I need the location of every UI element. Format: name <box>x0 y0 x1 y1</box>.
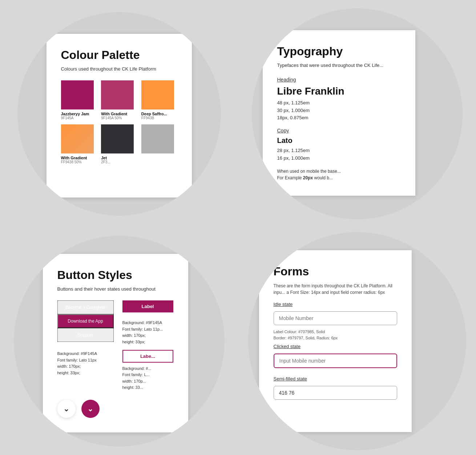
swatch-6 <box>141 124 177 164</box>
chevron-buttons-row: ⌄ ⌄ <box>57 400 174 418</box>
nav-btn-caregiver[interactable]: Become a Caregiver <box>57 300 114 314</box>
nav-btn-download[interactable]: Download the App <box>57 314 114 328</box>
swatch-color-3 <box>141 80 174 109</box>
primary-button[interactable]: Label <box>122 300 173 312</box>
copy-size-1: 28 px, 1.125em <box>277 147 401 155</box>
forms-circle: Forms These are the form inputs througho… <box>248 232 466 450</box>
button-styles-section: Button Styles Buttons and their hover st… <box>0 228 238 455</box>
forms-title: Forms <box>274 265 397 278</box>
colour-palette-card: Colour Palette Colours used throughout t… <box>47 34 192 197</box>
heading-size-3: 18px, 0.875em <box>277 114 401 122</box>
outline-button[interactable]: Labe... <box>122 350 173 363</box>
swatch-name-3: Deep Saffro... <box>141 112 177 116</box>
primary-btn-desc: Background: #9F145AFont family: Lato 11p… <box>122 320 173 345</box>
heading-size-2: 30 px, 1.000em <box>277 107 401 115</box>
copy-sizes: 28 px, 1.125em 16 px, 1.000em <box>277 147 401 162</box>
forms-section: Forms These are the form inputs througho… <box>238 228 476 455</box>
nav-buttons-column: Become a Caregiver Download the App Supp… <box>57 300 114 376</box>
swatch-color-6 <box>141 124 174 153</box>
main-grid: Colour Palette Colours used throughout t… <box>0 0 476 455</box>
colour-palette-subtitle: Colours used throughout the CK Life Plat… <box>61 66 177 72</box>
swatch-color-1 <box>61 80 94 109</box>
clicked-state-label: Clicked state <box>274 344 397 349</box>
forms-card: Forms These are the form inputs througho… <box>259 250 412 432</box>
nav-button-group: Become a Caregiver Download the App Supp… <box>57 300 114 342</box>
colour-swatches-grid: Jazzberyy Jam 9F145A With Gradient 9F145… <box>61 80 177 164</box>
nav-btn-support[interactable]: Support <box>57 328 114 342</box>
semi-filled-input[interactable] <box>274 386 397 400</box>
swatch-name-4: With Gradient <box>61 156 97 160</box>
typography-subtitle: Typefaces that were used throughout the … <box>277 63 401 68</box>
swatch-color-4 <box>61 124 94 153</box>
typography-card: Typography Typefaces that were used thro… <box>263 30 415 196</box>
copy-font-name: Lato <box>277 136 401 145</box>
clicked-input[interactable] <box>274 354 397 368</box>
heading-font-name: Libre Franklin <box>277 85 401 97</box>
copy-note: When used on mobile the base... For Exam… <box>277 168 401 181</box>
swatch-name-5: Jet <box>101 156 137 160</box>
colour-palette-circle: Colour Palette Colours used throughout t… <box>17 12 221 216</box>
swatch-color-5 <box>101 124 134 153</box>
swatch-color-2 <box>101 80 134 109</box>
button-styles-card: Button Styles Buttons and their hover st… <box>43 254 188 432</box>
outline-btn-desc: Background: #...Font family: L...width: … <box>122 366 173 391</box>
typography-circle: Typography Typefaces that were used thro… <box>252 8 463 219</box>
copy-size-2: 16 px, 1.000em <box>277 155 401 162</box>
semi-filled-label: Semi-filled state <box>274 376 397 382</box>
swatch-4: With Gradient FF9438 50% <box>61 124 97 164</box>
swatch-code-2: 9F145A 50% <box>101 116 137 120</box>
idle-input-desc: Label Colour: #707985, Solid Border: #97… <box>274 329 397 341</box>
swatch-5: Jet 2F3... <box>101 124 137 164</box>
swatch-name-2: With Gradient <box>101 112 137 116</box>
button-styles-title: Button Styles <box>57 268 174 282</box>
swatch-code-5: 2F3... <box>101 160 137 164</box>
swatch-name-1: Jazzberyy Jam <box>61 112 97 116</box>
colour-palette-title: Colour Palette <box>61 48 177 62</box>
idle-input[interactable] <box>274 311 397 325</box>
swatch-code-1: 9F145A <box>61 116 97 120</box>
button-styles-subtitle: Buttons and their hover states used thro… <box>57 286 174 292</box>
colour-palette-section: Colour Palette Colours used throughout t… <box>0 0 238 228</box>
swatch-3: Deep Saffro... FF943B <box>141 80 177 120</box>
buttons-row: Become a Caregiver Download the App Supp… <box>57 300 174 391</box>
heading-sizes: 48 px, 1.125em 30 px, 1.000em 18px, 0.87… <box>277 99 401 122</box>
copy-section-label: Copy <box>277 128 401 133</box>
copy-note-2: For Example 20px would b... <box>277 175 333 180</box>
swatch-1: Jazzberyy Jam 9F145A <box>61 80 97 120</box>
idle-state-label: Idle state <box>274 302 397 307</box>
chevron-pink-button[interactable]: ⌄ <box>81 400 100 418</box>
typography-title: Typography <box>277 45 401 58</box>
forms-subtitle: These are the form inputs throughout the… <box>274 283 397 296</box>
copy-note-bold: 20px <box>303 175 313 180</box>
swatch-code-3: FF943B <box>141 116 177 120</box>
heading-size-1: 48 px, 1.125em <box>277 99 401 107</box>
nav-btn-desc: Background: #9F145AFont family: Lato 11p… <box>57 351 114 376</box>
swatch-2: With Gradient 9F145A 50% <box>101 80 137 120</box>
primary-buttons-column: Label Background: #9F145AFont family: La… <box>122 300 173 391</box>
chevron-white-button[interactable]: ⌄ <box>57 400 76 418</box>
button-styles-circle: Button Styles Buttons and their hover st… <box>14 236 225 447</box>
typography-section: Typography Typefaces that were used thro… <box>238 0 476 228</box>
swatch-code-4: FF9438 50% <box>61 160 97 164</box>
heading-section-label: Heading <box>277 77 401 83</box>
